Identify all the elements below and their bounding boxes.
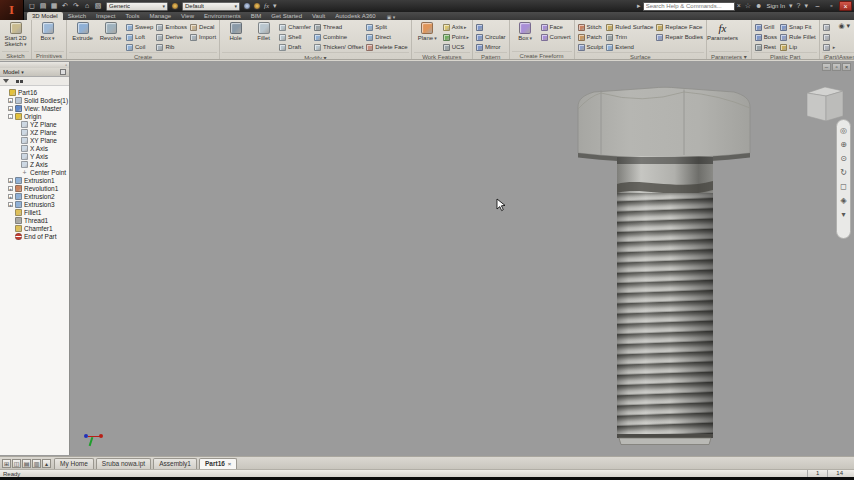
expand-icon[interactable]: +	[8, 98, 13, 103]
item-button[interactable]: ▸	[822, 42, 837, 52]
open-file-icon[interactable]: ▤	[38, 1, 48, 11]
drawing-icon[interactable]: ▧	[93, 1, 103, 11]
tree-item-end-of-part[interactable]: End of Part	[0, 232, 69, 240]
look-at-icon[interactable]: ◻	[840, 180, 847, 194]
sculpt-button[interactable]: Sculpt	[577, 42, 605, 52]
panel-label-primitives[interactable]: Primitives	[34, 51, 64, 59]
close-button[interactable]: ×	[839, 1, 852, 11]
repair-bodies-button[interactable]: Repair Bodies	[655, 32, 704, 42]
tile-horizontal-icon[interactable]: ◫	[12, 459, 21, 468]
mirror-button[interactable]: Mirror	[475, 42, 507, 52]
grill-button[interactable]: Grill	[754, 22, 778, 32]
browser-header[interactable]: Model ▾	[0, 68, 69, 77]
panel-label-create-freeform[interactable]: Create Freeform	[512, 51, 572, 59]
tree-item-yz-plane[interactable]: YZ Plane	[0, 120, 69, 128]
tree-item-extrusion3[interactable]: +Extrusion3	[0, 200, 69, 208]
extrude-button[interactable]: Extrude	[69, 21, 96, 41]
snap-fit-button[interactable]: Snap Fit	[779, 22, 817, 32]
home-icon[interactable]: ⌂	[82, 1, 92, 11]
viewport[interactable]: – ▫ × ◎⊕⊙↻◻◈▾	[71, 62, 854, 455]
tile-vertical-icon[interactable]: ▤	[22, 459, 31, 468]
ribbon-tab-environments[interactable]: Environments	[199, 12, 246, 20]
tree-item-part16[interactable]: Part16	[0, 88, 69, 96]
undo-icon[interactable]: ↶	[60, 1, 70, 11]
rule-fillet-button[interactable]: Rule Fillet	[779, 32, 817, 42]
panel-label-surface[interactable]: Surface	[577, 52, 704, 60]
sign-in-button[interactable]: Sign In	[766, 3, 785, 9]
tree-item-solid-bodies-1[interactable]: +Solid Bodies(1)	[0, 96, 69, 104]
tree-item-origin[interactable]: -Origin	[0, 112, 69, 120]
coil-button[interactable]: Coil	[125, 42, 154, 52]
pin-icon[interactable]	[60, 69, 66, 75]
arrange-icon[interactable]: ▥	[32, 459, 41, 468]
tree-item-x-axis[interactable]: X Axis	[0, 144, 69, 152]
zoom-icon[interactable]: ⊙	[840, 152, 847, 166]
ribbon-tab-autodesk-a360[interactable]: Autodesk A360	[330, 12, 380, 20]
tree-item-center-point[interactable]: +Center Point	[0, 168, 69, 176]
appearance-ball-icon[interactable]	[243, 2, 251, 10]
search-binoculars-icon[interactable]	[15, 79, 24, 84]
tree-item-extrusion2[interactable]: +Extrusion2	[0, 192, 69, 200]
panel-label-parameters[interactable]: Parameters ▾	[709, 51, 749, 59]
panel-label-work-features[interactable]: Work Features	[414, 52, 470, 60]
tree-item-z-axis[interactable]: Z Axis	[0, 160, 69, 168]
restore-button[interactable]: ▫	[825, 1, 838, 11]
pan-icon[interactable]: ⊕	[840, 138, 847, 152]
ribbon-tab-tools[interactable]: Tools	[120, 12, 144, 20]
new-file-icon[interactable]: ◻	[27, 1, 37, 11]
sweep-button[interactable]: Sweep	[125, 22, 154, 32]
orbit-icon[interactable]: ↻	[840, 166, 847, 180]
panel-label-modify[interactable]: Modify ▾	[222, 52, 409, 60]
ribbon-tab-view[interactable]: View	[176, 12, 199, 20]
panel-label-ipart-iassembly[interactable]: iPart/iAssembly	[822, 52, 854, 60]
point-button[interactable]: Point▸	[442, 32, 470, 42]
chamfer-button[interactable]: Chamfer	[278, 22, 312, 32]
chevron-down-icon[interactable]: ▾	[789, 1, 793, 11]
fx-parameters-icon[interactable]: fx	[264, 2, 269, 10]
start-2d-sketch-button[interactable]: Start 2D Sketch▾	[2, 21, 29, 47]
doc-minimize-button[interactable]: –	[822, 63, 831, 71]
expand-icon[interactable]: +	[8, 186, 13, 191]
item-button[interactable]	[822, 32, 837, 42]
stitch-button[interactable]: Stitch	[577, 22, 605, 32]
tab-scroll-up-icon[interactable]: ▴	[42, 459, 51, 468]
boss-button[interactable]: Boss	[754, 32, 778, 42]
navbar-more-icon[interactable]: ▾	[841, 208, 845, 222]
ribbon-tab-sketch[interactable]: Sketch	[63, 12, 91, 20]
decal-button[interactable]: Decal	[189, 22, 217, 32]
chevron-down-icon[interactable]: ▾	[804, 1, 808, 11]
ribbon-tab-bim[interactable]: BIM	[246, 12, 267, 20]
close-tab-icon[interactable]: ×	[228, 461, 232, 467]
favorites-star-icon[interactable]: ☆	[745, 1, 751, 11]
expand-icon[interactable]: +	[8, 194, 13, 199]
axis-button[interactable]: Axis▸	[442, 22, 470, 32]
search-input[interactable]	[643, 2, 735, 11]
chevron-right-icon[interactable]: ▸	[637, 1, 641, 11]
panel-label-pattern[interactable]: Pattern	[475, 52, 507, 60]
material-ball-icon[interactable]	[171, 2, 179, 10]
thread-button[interactable]: Thread	[313, 22, 364, 32]
panel-label-plastic-part[interactable]: Plastic Part	[754, 52, 817, 60]
viewcube[interactable]	[802, 82, 848, 124]
import-button[interactable]: Import	[189, 32, 217, 42]
patch-button[interactable]: Patch	[577, 32, 605, 42]
filter-icon[interactable]	[3, 79, 9, 83]
shell-button[interactable]: Shell	[278, 32, 312, 42]
delete-face-button[interactable]: Delete Face	[365, 42, 408, 52]
split-button[interactable]: Split	[365, 22, 408, 32]
minimize-button[interactable]: –	[811, 1, 824, 11]
ribbon-options-button[interactable]: ◉ ▾	[838, 22, 850, 30]
panel-label-sketch[interactable]: Sketch	[2, 51, 29, 59]
plane-button[interactable]: Plane▾	[414, 21, 441, 41]
application-menu-button[interactable]: I	[0, 0, 24, 20]
lip-button[interactable]: Lip	[779, 42, 817, 52]
trim-button[interactable]: Trim	[605, 32, 654, 42]
thicken-offset-button[interactable]: Thicken/ Offset	[313, 42, 364, 52]
ucs-button[interactable]: UCS	[442, 42, 470, 52]
document-tab-sruba-nowa-ipt[interactable]: Sruba nowa.ipt	[96, 458, 151, 469]
loft-button[interactable]: Loft	[125, 32, 154, 42]
draft-button[interactable]: Draft	[278, 42, 312, 52]
chevron-down-icon[interactable]: ▾	[273, 1, 277, 11]
rib-button[interactable]: Rib	[155, 42, 188, 52]
ribbon-tab-get-started[interactable]: Get Started	[266, 12, 307, 20]
